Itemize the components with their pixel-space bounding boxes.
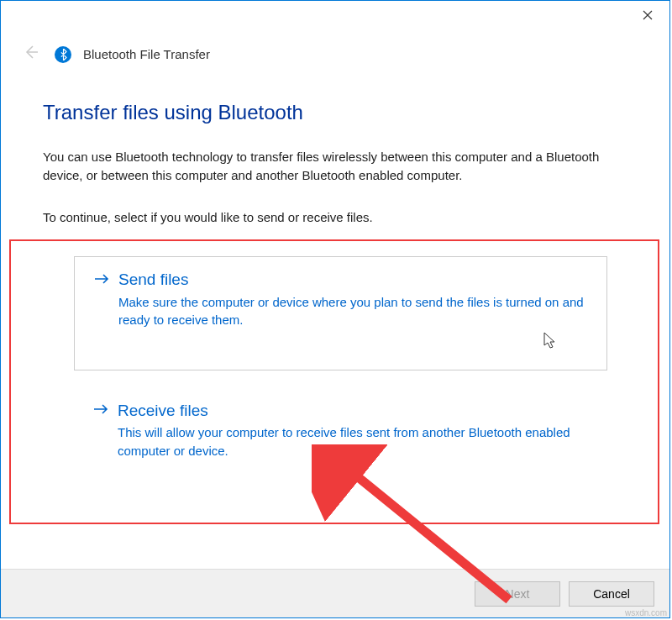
titlebar: [1, 1, 669, 33]
instruction-text: To continue, select if you would like to…: [43, 210, 627, 224]
next-button[interactable]: Next: [475, 581, 560, 607]
content-area: Transfer files using Bluetooth You can u…: [1, 69, 669, 524]
bluetooth-transfer-window: Bluetooth File Transfer Transfer files u…: [0, 0, 670, 618]
send-option-header: Send files: [93, 271, 588, 290]
receive-option-desc: This will allow your computer to receive…: [118, 423, 589, 460]
page-title: Transfer files using Bluetooth: [43, 101, 627, 124]
send-option-desc: Make sure the computer or device where y…: [118, 293, 588, 330]
close-button[interactable]: [634, 6, 661, 26]
bluetooth-icon: [55, 46, 71, 63]
intro-text: You can use Bluetooth technology to tran…: [43, 148, 627, 185]
receive-files-option[interactable]: Receive files This will allow your compu…: [74, 387, 607, 481]
footer-bar: Next Cancel: [1, 569, 669, 617]
cancel-button[interactable]: Cancel: [569, 581, 654, 607]
send-option-title: Send files: [118, 271, 188, 289]
header-row: Bluetooth File Transfer: [1, 33, 669, 69]
receive-option-header: Receive files: [92, 401, 589, 420]
header-title: Bluetooth File Transfer: [83, 47, 210, 61]
arrow-right-icon: [93, 271, 110, 290]
arrow-right-icon: [92, 401, 109, 420]
watermark-text: wsxdn.com: [625, 608, 667, 617]
back-arrow-icon: [18, 39, 43, 69]
send-files-option[interactable]: Send files Make sure the computer or dev…: [74, 256, 607, 371]
options-highlight-box: Send files Make sure the computer or dev…: [9, 239, 659, 524]
receive-option-title: Receive files: [118, 402, 208, 420]
